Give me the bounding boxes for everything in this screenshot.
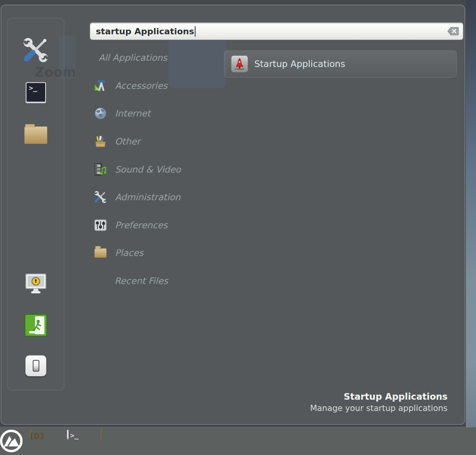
folder-icon [94, 246, 107, 259]
selection-description: Manage your startup applications [310, 404, 448, 413]
sidebar-item-logout[interactable] [21, 311, 51, 341]
search-value: startup Applications [96, 26, 194, 36]
terminal-icon: >_ [26, 82, 46, 102]
text-caret [195, 26, 196, 37]
search-input[interactable]: startup Applications [89, 22, 464, 41]
sidebar-item-system-tools[interactable] [21, 36, 51, 66]
rocket-icon [231, 55, 248, 72]
globe-icon [94, 107, 107, 120]
toolbox-icon [94, 135, 107, 148]
terminal-launcher[interactable]: >_ [67, 430, 69, 438]
logout-icon [25, 314, 47, 338]
selection-title: Startup Applications [310, 392, 448, 402]
selection-info: Startup Applications Manage your startup… [310, 392, 448, 413]
category-accessories[interactable]: Accessories [94, 77, 167, 94]
show-desktop-button[interactable]: [D] [30, 431, 30, 439]
lock-screen-icon [24, 273, 48, 297]
category-recent-files[interactable]: Recent Files [94, 272, 168, 289]
sidebar-item-lock-screen[interactable] [21, 270, 51, 300]
category-places[interactable]: Places [94, 244, 143, 261]
category-internet[interactable]: Internet [94, 105, 150, 122]
sliders-icon [94, 219, 107, 232]
clear-search-icon[interactable] [447, 26, 459, 36]
main-menu-panel: Zoom >_ [1, 5, 465, 425]
category-administration[interactable]: Administration [94, 189, 180, 206]
terminal-icon: >_ [67, 430, 69, 439]
filmstrip-note-icon [94, 163, 107, 176]
category-other[interactable]: Other [94, 133, 140, 150]
folder-icon [24, 126, 48, 144]
tools-icon [94, 190, 107, 204]
sidebar-item-files[interactable] [21, 120, 51, 150]
sidebar-item-shutdown[interactable] [21, 351, 51, 381]
sidebar: >_ [7, 18, 64, 390]
files-launcher[interactable] [100, 431, 101, 439]
category-sound-video[interactable]: Sound & Video [94, 161, 181, 178]
folder-icon [100, 431, 101, 439]
taskbar: [D] >_ [0, 427, 476, 455]
power-switch-icon [25, 355, 46, 376]
result-startup-applications[interactable]: Startup Applications [224, 50, 457, 78]
category-all-applications[interactable]: All Applications [94, 49, 167, 66]
accessories-icon [94, 79, 107, 92]
ghost-window-artifact [169, 34, 226, 88]
category-preferences[interactable]: Preferences [94, 217, 167, 234]
tools-icon [23, 37, 49, 65]
menu-button[interactable] [0, 429, 23, 453]
mint-logo-icon [0, 448, 23, 455]
desktop-folder-icon: [D] [30, 431, 30, 439]
sidebar-item-terminal[interactable]: >_ [21, 78, 51, 107]
